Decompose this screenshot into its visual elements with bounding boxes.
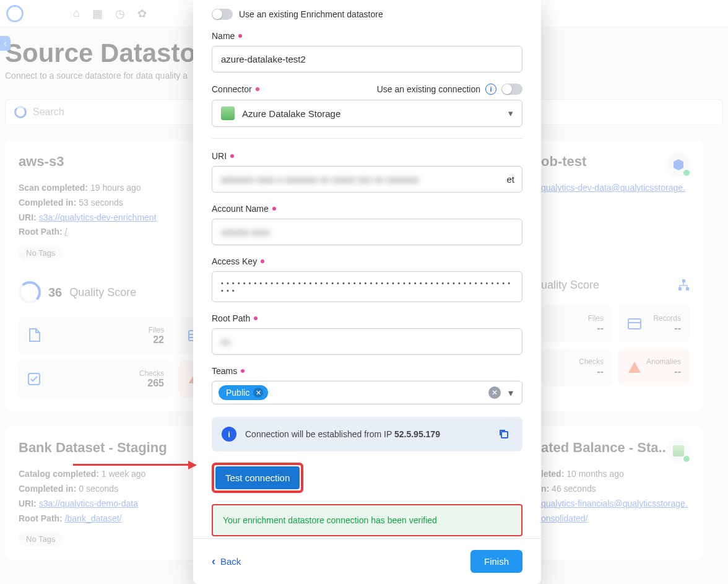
required-icon [261, 259, 264, 263]
modal-body: Use an existing Enrichment datastore Nam… [193, 0, 541, 538]
ip-info-banner: i Connection will be established from IP… [212, 417, 522, 451]
test-connection-highlight: Test connection [212, 463, 303, 493]
required-icon [241, 369, 245, 373]
copy-icon[interactable] [495, 425, 513, 443]
info-icon: i [222, 427, 236, 442]
root-path-field: Root Path xx [212, 313, 522, 355]
required-icon [254, 316, 258, 320]
access-key-input[interactable]: • • • • • • • • • • • • • • • • • • • • … [212, 271, 522, 302]
required-icon [238, 34, 242, 38]
database-icon [221, 107, 235, 120]
existing-enrichment-toggle[interactable] [212, 9, 233, 20]
required-icon [256, 87, 259, 91]
account-name-input[interactable]: xxxxxx xxxx [212, 219, 522, 245]
uri-field: URI axxxxxx xxxx x xxxxxxx xx xxxxx xxx … [212, 151, 522, 193]
remove-chip-icon[interactable]: ✕ [253, 388, 263, 398]
team-chip[interactable]: Public ✕ [219, 385, 268, 400]
chevron-down-icon: ▾ [506, 387, 516, 399]
name-input[interactable] [212, 46, 522, 72]
teams-field: Teams Public ✕ ✕ ▾ [212, 366, 522, 404]
root-path-input[interactable]: xx [212, 328, 522, 355]
existing-connection-toggle[interactable] [501, 84, 522, 95]
info-icon[interactable]: i [485, 84, 496, 95]
add-datastore-modal: Use an existing Enrichment datastore Nam… [193, 0, 541, 584]
required-icon [230, 154, 234, 158]
uri-input[interactable]: axxxxxx xxxx x xxxxxxx xx xxxxx xxx xx x… [212, 166, 522, 193]
modal-footer: ‹ Back Finish [193, 538, 541, 584]
finish-button[interactable]: Finish [470, 550, 522, 573]
access-key-field: Access Key • • • • • • • • • • • • • • •… [212, 256, 522, 302]
required-icon [272, 207, 276, 211]
connector-select[interactable]: Azure Datalake Storage ▾ [212, 100, 522, 127]
teams-select[interactable]: Public ✕ ✕ ▾ [212, 381, 522, 404]
chevron-left-icon: ‹ [212, 555, 215, 568]
existing-enrichment-toggle-row: Use an existing Enrichment datastore [212, 9, 522, 20]
test-connection-button[interactable]: Test connection [215, 466, 300, 489]
divider [212, 138, 522, 139]
chevron-down-icon: ▾ [508, 108, 513, 119]
success-message: Your enrichment datastore connection has… [212, 504, 522, 536]
back-button[interactable]: ‹ Back [212, 555, 241, 568]
connector-field: Connector Use an existing connection i A… [212, 84, 522, 127]
account-name-field: Account Name xxxxxx xxxx [212, 204, 522, 245]
clear-icon[interactable]: ✕ [488, 386, 501, 399]
svg-rect-10 [501, 432, 508, 438]
name-field: Name [212, 31, 522, 72]
